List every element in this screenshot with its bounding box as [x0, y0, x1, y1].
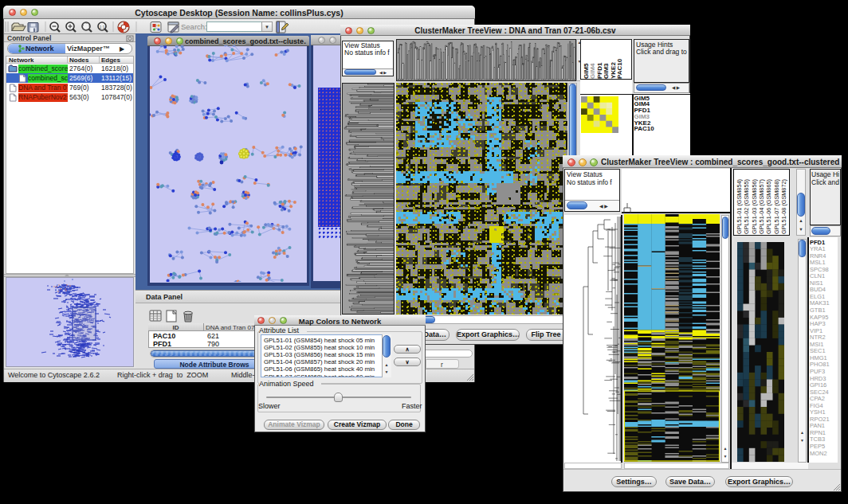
svg-text:GPL51-03 (GSM856): GPL51-03 (GSM856) [751, 179, 758, 234]
svg-text:GPL51-08 (GSM872): GPL51-08 (GSM872) [780, 179, 787, 234]
svg-text:GPL51-06 (GSM865): GPL51-06 (GSM865) [765, 179, 772, 234]
svg-text:GPL51-02 (GSM855): GPL51-02 (GSM855) [743, 179, 750, 234]
svg-text:1:1: 1:1 [100, 25, 105, 29]
svg-text:GPL51-01 (GSM854): GPL51-01 (GSM854) [736, 179, 743, 234]
svg-text:GPL51-04 (GSM857): GPL51-04 (GSM857) [758, 179, 765, 234]
svg-text:GPL51-07 (GSM868): GPL51-07 (GSM868) [773, 179, 780, 234]
svg-text:PAC10: PAC10 [616, 58, 623, 79]
